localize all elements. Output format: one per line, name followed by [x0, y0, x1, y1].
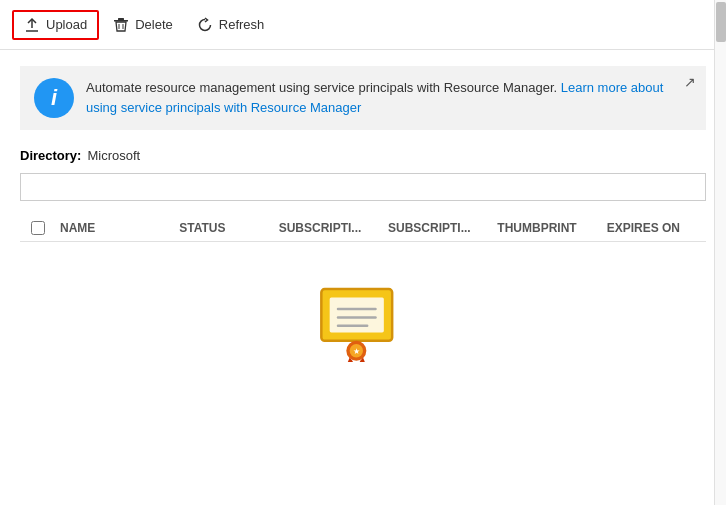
refresh-button[interactable]: Refresh [187, 12, 275, 38]
svg-rect-2 [114, 20, 128, 22]
external-link-icon[interactable]: ↗ [684, 74, 696, 90]
upload-icon [24, 17, 40, 33]
col-expires-header: EXPIRES ON [607, 221, 706, 235]
col-status-header: STATUS [179, 221, 278, 235]
certificate-icon: ★ [313, 282, 413, 362]
toolbar: Upload Delete Refresh [0, 0, 726, 50]
info-icon-wrap: i [34, 78, 74, 118]
scrollbar[interactable] [714, 0, 726, 505]
svg-rect-3 [118, 18, 124, 20]
empty-state: ★ [20, 242, 706, 382]
delete-label: Delete [135, 17, 173, 32]
select-all-checkbox[interactable] [31, 221, 45, 235]
delete-icon [113, 17, 129, 33]
info-banner: i Automate resource management using ser… [20, 66, 706, 130]
upload-label: Upload [46, 17, 87, 32]
scrollbar-thumb[interactable] [716, 2, 726, 42]
col-subscription2-header: SUBSCRIPTI... [388, 221, 497, 235]
select-all-checkbox-wrap[interactable] [20, 221, 56, 235]
search-input[interactable] [20, 173, 706, 201]
info-icon: i [51, 87, 57, 109]
refresh-label: Refresh [219, 17, 265, 32]
col-thumbprint-header: THUMBPRINT [497, 221, 606, 235]
info-text: Automate resource management using servi… [86, 78, 692, 117]
directory-value: Microsoft [87, 148, 140, 163]
main-content: i Automate resource management using ser… [0, 50, 726, 505]
certificates-table: NAME STATUS SUBSCRIPTI... SUBSCRIPTI... … [20, 215, 706, 382]
svg-rect-7 [330, 297, 384, 332]
col-name-header: NAME [56, 221, 179, 235]
delete-button[interactable]: Delete [103, 12, 183, 38]
svg-text:★: ★ [353, 346, 360, 356]
directory-label: Directory: [20, 148, 81, 163]
upload-button[interactable]: Upload [12, 10, 99, 40]
refresh-icon [197, 17, 213, 33]
directory-row: Directory: Microsoft [20, 148, 706, 163]
info-text-before: Automate resource management using servi… [86, 80, 561, 95]
col-subscription1-header: SUBSCRIPTI... [279, 221, 388, 235]
table-header: NAME STATUS SUBSCRIPTI... SUBSCRIPTI... … [20, 215, 706, 242]
